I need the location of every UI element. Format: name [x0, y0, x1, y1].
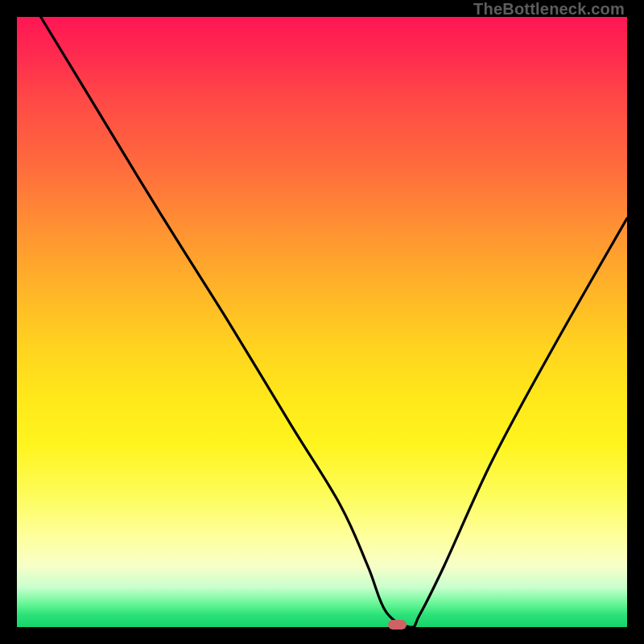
plot-area — [17, 17, 627, 627]
watermark-text: TheBottleneck.com — [473, 0, 625, 19]
bottleneck-curve — [17, 17, 627, 627]
minimum-marker — [388, 620, 407, 630]
chart-frame: TheBottleneck.com — [0, 0, 644, 644]
